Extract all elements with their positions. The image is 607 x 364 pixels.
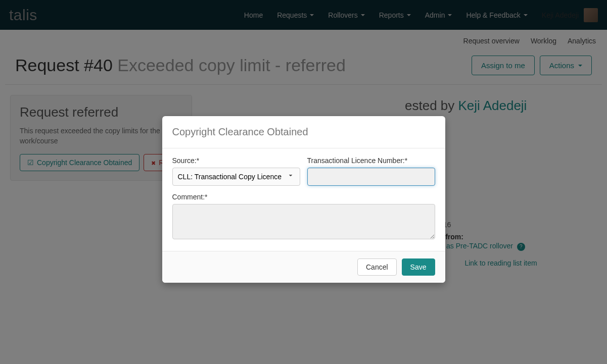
licence-label: Transactional Licence Number:* (307, 157, 435, 165)
source-select[interactable]: CLL: Transactional Copy Licence (172, 168, 300, 186)
modal-header: Copyright Clearance Obtained (162, 116, 445, 148)
licence-group: Transactional Licence Number:* (307, 157, 435, 186)
clearance-modal: Copyright Clearance Obtained Source:* CL… (162, 116, 445, 274)
modal-footer: Cancel Save (162, 251, 445, 274)
comment-label: Comment:* (172, 193, 435, 201)
modal-overlay[interactable]: Copyright Clearance Obtained Source:* CL… (0, 0, 607, 274)
comment-group: Comment:* (172, 193, 435, 241)
source-label: Source:* (172, 157, 300, 165)
modal-body: Source:* CLL: Transactional Copy Licence… (162, 148, 445, 251)
save-button[interactable]: Save (402, 258, 435, 274)
licence-input[interactable] (307, 168, 435, 186)
comment-textarea[interactable] (172, 204, 435, 239)
source-group: Source:* CLL: Transactional Copy Licence (172, 157, 300, 186)
cancel-button[interactable]: Cancel (357, 258, 397, 274)
modal-title: Copyright Clearance Obtained (172, 126, 435, 138)
